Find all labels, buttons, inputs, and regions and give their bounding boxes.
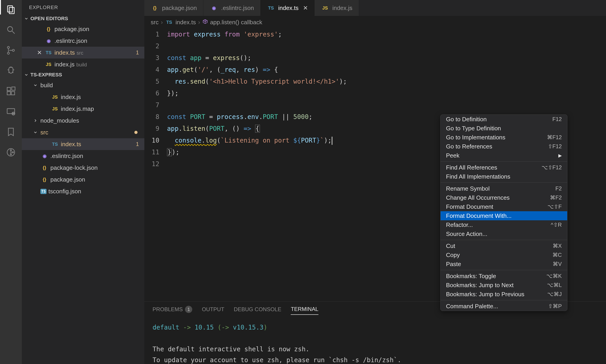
extensions-icon[interactable] — [5, 86, 16, 97]
editor-tab[interactable]: {}package.json — [144, 0, 203, 16]
breadcrumb[interactable]: src › TS index.ts › app.listen() callbac… — [144, 16, 606, 28]
tab-debug-console[interactable]: DEBUG CONSOLE — [234, 306, 281, 315]
open-editors-header[interactable]: OPEN EDITORS — [22, 14, 144, 23]
tab-output[interactable]: OUTPUT — [202, 306, 224, 315]
menu-item[interactable]: Peek▶ — [441, 151, 567, 160]
menu-label: Bookmarks: Jump to Next — [446, 282, 514, 289]
menu-shortcut: ⌥⇧F12 — [541, 164, 562, 171]
svg-rect-0 — [8, 6, 13, 12]
file-type-icon: {} — [41, 164, 49, 172]
menu-label: Bookmarks: Jump to Previous — [446, 291, 524, 298]
editor-tab[interactable]: JSindex.js — [315, 0, 359, 16]
menu-shortcut: ⌘C — [552, 252, 562, 258]
menu-item[interactable]: Go to Type Definition — [441, 124, 567, 133]
line-gutter: 123456789101112 — [144, 28, 167, 301]
menu-item[interactable]: Bookmarks: Toggle⌥⌘K — [441, 272, 567, 281]
project-header[interactable]: TS-EXPRESS — [22, 70, 144, 79]
close-icon[interactable]: ✕ — [303, 4, 308, 12]
menu-item[interactable]: Bookmarks: Jump to Next⌥⌘L — [441, 281, 567, 290]
file-type-icon: TS — [41, 189, 46, 194]
menu-label: Refactor... — [446, 221, 473, 228]
item-label: src — [41, 129, 133, 136]
bookmarks-icon[interactable] — [5, 127, 16, 137]
debug-icon[interactable] — [5, 65, 16, 76]
open-editor-item[interactable]: ✕TSindex.tssrc1 — [22, 47, 144, 58]
file-item[interactable]: ◉.eslintrc.json — [22, 150, 144, 162]
svg-rect-8 — [7, 91, 11, 95]
open-editor-item[interactable]: ◉.eslintrc.json — [22, 35, 144, 47]
source-control-icon[interactable] — [5, 45, 16, 56]
open-editor-item[interactable]: {}package.json — [22, 23, 144, 35]
close-icon[interactable]: ✕ — [36, 49, 43, 56]
menu-label: Go to Definition — [446, 116, 487, 123]
menu-label: Peek — [446, 152, 459, 159]
file-item[interactable]: JSindex.js.map — [22, 103, 144, 115]
file-item[interactable]: {}package.json — [22, 174, 144, 185]
svg-rect-9 — [11, 91, 15, 95]
menu-item[interactable]: Find All Implementations — [441, 172, 567, 181]
item-label: node_modules — [41, 117, 141, 124]
menu-label: Find All Implementations — [446, 173, 510, 180]
file-label: index.tssrc — [55, 49, 134, 56]
menu-label: Go to Type Definition — [446, 125, 501, 132]
menu-item[interactable]: Refactor...^⇧R — [441, 220, 567, 229]
menu-item[interactable]: Paste⌘V — [441, 260, 567, 269]
svg-rect-7 — [7, 88, 11, 91]
svg-point-5 — [8, 52, 10, 54]
menu-item[interactable]: Format Document⌥⇧F — [441, 202, 567, 211]
menu-item[interactable]: Find All References⌥⇧F12 — [441, 163, 567, 172]
menu-item[interactable]: Format Document With... — [441, 211, 567, 220]
svg-point-17 — [10, 154, 12, 155]
explorer-icon[interactable] — [5, 4, 16, 15]
folder-item[interactable]: node_modules — [22, 115, 144, 127]
menu-item[interactable]: Copy⌘C — [441, 250, 567, 260]
menu-label: Format Document With... — [446, 212, 511, 219]
menu-item[interactable]: Go to DefinitionF12 — [441, 115, 567, 124]
tab-problems[interactable]: PROBLEMS 1 — [152, 306, 192, 315]
remote-icon[interactable] — [5, 106, 16, 117]
open-editors-label: OPEN EDITORS — [30, 16, 68, 22]
menu-shortcut: F12 — [552, 116, 562, 122]
file-item[interactable]: JSindex.js — [22, 91, 144, 103]
menu-item[interactable]: Go to References⇧F12 — [441, 142, 567, 151]
file-type-icon: TS — [44, 49, 53, 57]
chevron-right-icon — [32, 117, 39, 124]
tab-terminal[interactable]: TERMINAL — [291, 306, 318, 315]
menu-label: Source Action... — [446, 231, 487, 237]
menu-item[interactable]: Go to Implementations⌘F12 — [441, 133, 567, 142]
symbol-icon — [203, 19, 208, 26]
folder-item[interactable]: src — [22, 127, 144, 138]
menu-item[interactable]: Source Action... — [441, 229, 567, 238]
breadcrumb-symbol: app.listen() callback — [210, 19, 262, 26]
activity-bar — [0, 0, 22, 364]
editor-tab[interactable]: ◉.eslintrc.json — [203, 0, 261, 16]
breadcrumb-file: index.ts — [176, 19, 196, 26]
menu-item[interactable]: Bookmarks: Jump to Previous⌥⌘J — [441, 290, 567, 299]
menu-shortcut: ^⇧R — [551, 222, 562, 228]
file-type-icon: JS — [51, 93, 59, 101]
menu-label: Change All Occurrences — [446, 194, 510, 201]
project-label: TS-EXPRESS — [30, 72, 62, 78]
breadcrumb-folder: src — [151, 19, 159, 26]
menu-label: Paste — [446, 261, 461, 268]
file-item[interactable]: TStsconfig.json — [22, 185, 144, 197]
terminal-output[interactable]: default -> 10.15 (-> v10.15.3) The defau… — [144, 317, 606, 364]
explorer-sidebar: EXPLORER OPEN EDITORS {}package.json◉.es… — [22, 0, 144, 364]
menu-item[interactable]: Rename SymbolF2 — [441, 184, 567, 193]
svg-line-3 — [12, 31, 15, 34]
menu-shortcut: ⌥⌘L — [547, 282, 562, 288]
menu-item[interactable]: Cut⌘X — [441, 241, 567, 250]
file-type-icon: ◉ — [41, 152, 49, 160]
git-graph-icon[interactable] — [5, 147, 16, 158]
file-item[interactable]: TSindex.ts1 — [22, 138, 144, 150]
file-type-icon: TS — [51, 140, 59, 148]
search-icon[interactable] — [5, 25, 16, 35]
file-type-icon: JS — [44, 60, 53, 68]
file-item[interactable]: {}package-lock.json — [22, 162, 144, 174]
folder-item[interactable]: build — [22, 79, 144, 91]
tab-label: .eslintrc.json — [221, 4, 254, 12]
editor-tab[interactable]: TSindex.ts✕ — [261, 0, 315, 16]
menu-item[interactable]: Command Palette...⇧⌘P — [441, 302, 567, 311]
open-editor-item[interactable]: JSindex.jsbuild — [22, 58, 144, 70]
menu-item[interactable]: Change All Occurrences⌘F2 — [441, 193, 567, 202]
